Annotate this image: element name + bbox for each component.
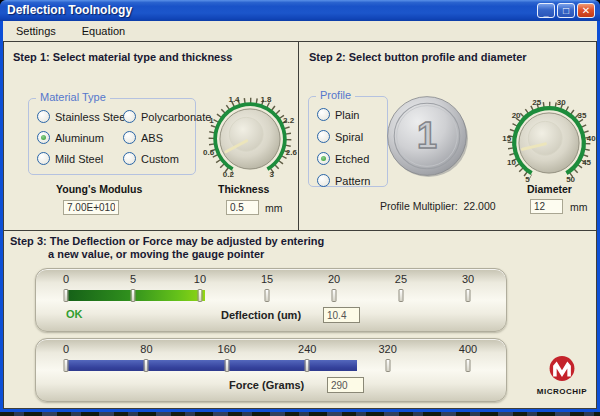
knob-label: 45 <box>582 158 591 167</box>
deflection-status: OK <box>66 308 83 320</box>
knob-label: 2.2 <box>283 116 295 125</box>
diameter-knob[interactable]: 5 10 15 20 25 30 35 40 45 50 <box>502 96 596 190</box>
deflection-bar[interactable] <box>66 290 205 301</box>
profile-group-label: Profile <box>316 89 355 101</box>
radio-pattern[interactable]: Pattern <box>317 174 370 187</box>
radio-mild-steel[interactable]: Mild Steel <box>37 152 123 165</box>
knob-label: 0.6 <box>203 148 215 157</box>
tick-mark <box>224 359 229 372</box>
knob-label: 40 <box>587 134 596 143</box>
radio-label: Stainless Steel <box>55 111 128 123</box>
tick-label: 320 <box>378 343 396 355</box>
titlebar[interactable]: Deflection Toolnology _ □ ✕ <box>0 0 600 21</box>
material-type-options: Stainless Steel Polycarbonate Aluminum <box>37 110 211 165</box>
radio-icon <box>317 174 330 187</box>
radio-custom[interactable]: Custom <box>123 152 211 165</box>
radio-icon <box>123 110 136 123</box>
close-icon: ✕ <box>582 5 590 16</box>
profile-multiplier-value: 22.000 <box>463 200 495 212</box>
thickness-input[interactable] <box>226 200 259 215</box>
tick-label: 400 <box>459 343 477 355</box>
radio-aluminum[interactable]: Aluminum <box>37 131 123 144</box>
radio-label: Spiral <box>335 131 363 143</box>
radio-icon <box>37 131 50 144</box>
step3-heading-line1: Step 3: The Deflection or Force may be a… <box>10 235 324 247</box>
maximize-button[interactable]: □ <box>557 3 575 18</box>
radio-icon <box>317 130 330 143</box>
radio-plain[interactable]: Plain <box>317 108 370 121</box>
radio-label: Polycarbonate <box>141 111 211 123</box>
diameter-input[interactable] <box>530 199 563 214</box>
radio-label: Custom <box>141 153 179 165</box>
radio-label: Mild Steel <box>55 153 103 165</box>
profile-options: Plain Spiral Etched Pattern <box>317 108 370 187</box>
tick-mark <box>385 359 390 372</box>
menu-settings[interactable]: Settings <box>16 25 56 37</box>
tick-label: 0 <box>63 273 69 285</box>
radio-spiral[interactable]: Spiral <box>317 130 370 143</box>
radio-stainless-steel[interactable]: Stainless Steel <box>37 110 123 123</box>
knob-label: 2.6 <box>286 148 298 157</box>
step2-panel: Step 2: Select button profile and diamet… <box>299 42 596 230</box>
knob-label: 35 <box>577 111 586 120</box>
tick-label: 240 <box>298 343 316 355</box>
maximize-icon: □ <box>563 5 569 16</box>
knob-label: 3 <box>269 170 274 179</box>
knob-label: 0.2 <box>223 170 235 179</box>
knob-label: 20 <box>512 111 521 120</box>
radio-icon <box>317 108 330 121</box>
profile-group: Profile Plain Spiral Etched <box>308 96 388 187</box>
tick-label: 0 <box>63 343 69 355</box>
minimize-icon: _ <box>543 8 548 18</box>
tick-label: 160 <box>218 343 236 355</box>
profile-multiplier: Profile Multiplier: 22.000 <box>380 200 496 212</box>
radio-icon <box>37 110 50 123</box>
force-gauge-label: Force (Grams) <box>229 379 304 391</box>
tick-label: 25 <box>395 273 407 285</box>
radio-abs[interactable]: ABS <box>123 131 211 144</box>
thickness-knob[interactable]: 0.2 0.6 1 1.4 1.8 2.2 2.6 3 <box>203 92 297 186</box>
diameter-label: Diameter <box>527 183 572 195</box>
window-title: Deflection Toolnology <box>7 3 132 17</box>
knob-label: 30 <box>557 98 566 107</box>
force-track[interactable] <box>66 359 468 372</box>
force-input[interactable] <box>327 377 364 393</box>
knob-label: 15 <box>502 134 511 143</box>
youngs-modulus-label: Young's Modulus <box>56 183 142 195</box>
radio-etched[interactable]: Etched <box>317 152 370 165</box>
step1-panel: Step 1: Select material type and thickne… <box>4 42 299 230</box>
force-gauge[interactable]: 0 80 160 240 320 400 <box>35 338 507 402</box>
youngs-modulus-input[interactable] <box>63 200 119 215</box>
knob-label: 1.8 <box>260 95 272 104</box>
menu-equation[interactable]: Equation <box>82 25 125 37</box>
close-button[interactable]: ✕ <box>577 3 595 18</box>
tick-label: 20 <box>328 273 340 285</box>
radio-icon <box>37 152 50 165</box>
tick-label: 10 <box>194 273 206 285</box>
window-controls: _ □ ✕ <box>537 3 595 18</box>
step3-heading-line2: a new value, or moving the gauge pointer <box>48 248 264 260</box>
menu-bar: Settings Equation <box>3 21 597 41</box>
app-window: Deflection Toolnology _ □ ✕ Settings Equ… <box>0 0 600 412</box>
radio-label: ABS <box>141 132 163 144</box>
tick-mark <box>131 289 136 302</box>
tick-mark <box>64 289 69 302</box>
knob-label: 1.4 <box>228 95 240 104</box>
tick-mark <box>305 359 310 372</box>
deflection-gauge[interactable]: 0 5 10 15 20 25 30 <box>35 268 507 332</box>
radio-label: Etched <box>335 153 369 165</box>
diameter-unit: mm <box>570 201 588 213</box>
radio-icon <box>317 152 330 165</box>
force-bar[interactable] <box>66 360 357 371</box>
tick-mark <box>332 289 337 302</box>
deflection-input[interactable] <box>323 307 360 323</box>
minimize-button[interactable]: _ <box>537 3 555 18</box>
tick-label: 15 <box>261 273 273 285</box>
knob-label: 1 <box>209 116 214 125</box>
step2-heading: Step 2: Select button profile and diamet… <box>309 51 527 63</box>
deflection-track[interactable] <box>66 289 468 302</box>
main-content: Step 1: Select material type and thickne… <box>3 41 597 409</box>
tick-mark <box>466 289 471 302</box>
radio-polycarbonate[interactable]: Polycarbonate <box>123 110 211 123</box>
knob-face <box>528 121 562 155</box>
